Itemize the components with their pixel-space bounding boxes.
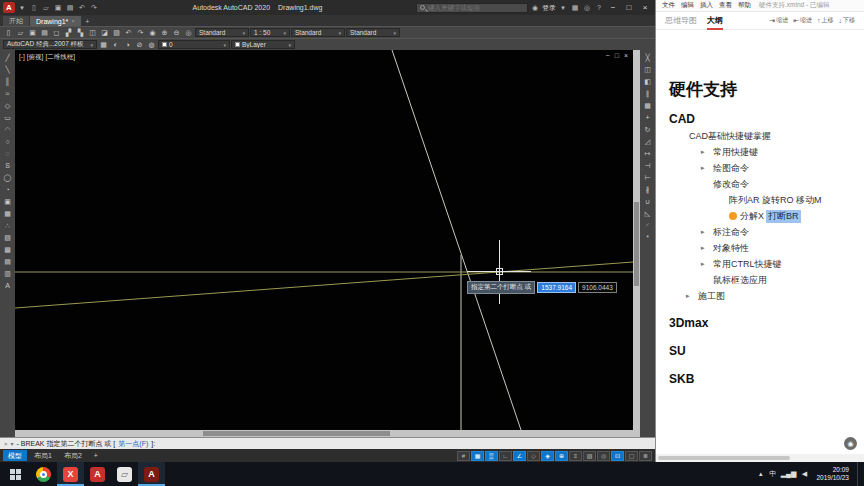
expand-arrow-icon[interactable]: ▸ — [701, 148, 713, 156]
hatch-icon[interactable]: ▨ — [2, 232, 14, 243]
zoom-out-icon[interactable]: ⊖ — [171, 28, 182, 38]
outline-view[interactable]: 硬件支持 CAD CAD基础快捷键掌握 ▸ 常用快捷键 — [656, 30, 864, 454]
move-down-button[interactable]: ↓ 下移 — [839, 16, 856, 25]
table-style-combo[interactable]: Standard ▾ — [346, 28, 400, 37]
stretch-icon[interactable]: ↦ — [642, 148, 654, 159]
undo-icon[interactable]: ↶ — [123, 28, 134, 38]
text-style-combo[interactable]: Standard ▾ — [195, 28, 249, 37]
new-file-icon[interactable]: ▯ — [29, 2, 39, 13]
outline-item-common-shortcuts[interactable]: ▸ 常用快捷键 — [656, 144, 864, 160]
spline-icon[interactable]: S — [2, 160, 14, 171]
new-icon[interactable]: ▯ — [3, 28, 14, 38]
signin-dropdown-icon[interactable]: ▾ — [558, 2, 568, 13]
vertical-scrollbar[interactable] — [633, 50, 640, 430]
search-input[interactable] — [428, 4, 524, 11]
line-tool-icon[interactable]: ╱ — [2, 52, 14, 63]
selection-cycling-toggle[interactable]: ◎ — [597, 451, 610, 461]
menu-item[interactable]: 查看 — [719, 1, 732, 10]
match-properties-icon[interactable]: ▨ — [111, 28, 122, 38]
transparency-toggle[interactable]: ▨ — [583, 451, 596, 461]
ellipse-icon[interactable]: ◯ — [2, 172, 14, 183]
fillet-icon[interactable]: ◜ — [642, 220, 654, 231]
undo-icon[interactable]: ↶ — [77, 2, 87, 13]
copy-clip-icon[interactable]: ◫ — [87, 28, 98, 38]
outline-item-construction-drawing[interactable]: ▸ 施工图 — [656, 288, 864, 304]
file-explorer-icon[interactable]: ▱ — [111, 462, 138, 486]
outline-item-modify-commands[interactable]: 修改命令 — [656, 176, 864, 192]
insert-block-icon[interactable]: ▣ — [2, 196, 14, 207]
chamfer-icon[interactable]: ◺ — [642, 208, 654, 219]
horizontal-scrollbar-thumb[interactable] — [203, 431, 391, 436]
expand-arrow-icon[interactable]: ▸ — [686, 292, 698, 300]
menu-item[interactable]: 帮助 — [738, 1, 751, 10]
circle-icon[interactable]: ○ — [2, 136, 14, 147]
notifications-icon[interactable]: ◎ — [582, 2, 592, 13]
help-search-box[interactable] — [416, 3, 528, 13]
signin-button[interactable]: 登录 — [542, 3, 556, 13]
outline-item-explode-break[interactable]: 分解X 打断BR — [656, 208, 864, 224]
move-icon[interactable]: + — [642, 112, 654, 123]
horizontal-scrollbar[interactable] — [15, 430, 640, 437]
dynamic-input-x-field[interactable]: 1537.9164 — [537, 282, 576, 293]
outline-item-3dmax[interactable]: 3Dmax — [656, 314, 864, 332]
dim-style-combo[interactable]: Standard ▾ — [291, 28, 345, 37]
tab-mindmap[interactable]: 思维导图 — [665, 12, 697, 30]
command-option-first-point[interactable]: 第一点(F) — [118, 439, 148, 449]
viewport-control[interactable]: [俯视] — [27, 53, 44, 62]
model-tab[interactable]: 模型 — [3, 450, 27, 461]
extend-icon[interactable]: ⊢ — [642, 172, 654, 183]
vertical-scrollbar-thumb[interactable] — [634, 202, 639, 286]
make-block-icon[interactable]: ▦ — [2, 208, 14, 219]
publish-icon[interactable]: ▞ — [63, 28, 74, 38]
layout2-tab[interactable]: 布局2 — [59, 450, 87, 461]
expand-arrow-icon[interactable]: ▸ — [701, 228, 713, 236]
drawing-canvas[interactable]: [-][俯视][二维线框] −□× 指定第二个打断点 或 1537.9164 9… — [15, 50, 633, 430]
offset-icon[interactable]: ∥ — [642, 88, 654, 99]
recent-commands-icon[interactable]: ▾ — [11, 440, 14, 447]
explode-icon[interactable]: * — [642, 232, 654, 243]
polyline-icon[interactable]: ≈ — [2, 88, 14, 99]
zoom-extents-icon[interactable]: ◎ — [183, 28, 194, 38]
array-icon[interactable]: ▦ — [642, 100, 654, 111]
customization-icon[interactable]: ≣ — [639, 451, 652, 461]
cad-line-steep-diagonal[interactable] — [392, 50, 521, 430]
point-icon[interactable]: ∴ — [2, 220, 14, 231]
open-file-icon[interactable]: ▱ — [41, 2, 51, 13]
minimize-icon[interactable]: − — [606, 3, 620, 12]
object-snap-toggle[interactable]: ◈ — [541, 451, 554, 461]
tab-outline[interactable]: 大纲 — [707, 12, 723, 30]
construction-line-icon[interactable]: ╲ — [2, 64, 14, 75]
taskbar-clock[interactable]: 20:09 2019/10/23 — [812, 466, 853, 482]
command-close-icon[interactable]: × — [4, 441, 8, 447]
outline-item-draw-commands[interactable]: ▸ 绘图命令 — [656, 160, 864, 176]
outline-item-cad-basics[interactable]: CAD基础快捷键掌握 — [656, 128, 864, 144]
user-icon[interactable]: ◉ — [530, 2, 540, 13]
layer-combo[interactable]: 0 ▾ — [158, 40, 230, 49]
menu-item[interactable]: 编辑 — [681, 1, 694, 10]
volume-icon[interactable]: ◀ — [800, 470, 808, 478]
open-icon[interactable]: ▱ — [15, 28, 26, 38]
redo-icon[interactable]: ↷ — [89, 2, 99, 13]
help-icon[interactable]: ? — [594, 2, 604, 13]
dynamic-input-toggle[interactable]: ⊡ — [611, 451, 624, 461]
xmind-horizontal-scrollbar[interactable] — [656, 454, 864, 462]
rotate-icon[interactable]: ↻ — [642, 124, 654, 135]
scale-combo[interactable]: 1 : 50 ▾ — [250, 28, 290, 37]
autocad-icon[interactable]: A — [138, 462, 165, 486]
layer-properties-icon[interactable]: ▦ — [98, 40, 109, 50]
outline-item-su[interactable]: SU — [656, 342, 864, 360]
tab-drawing1[interactable]: Drawing1* × — [30, 16, 81, 26]
command-line[interactable]: ×▾ - BREAK 指定第二个打断点 或 [ 第一点(F) ]: — [0, 437, 655, 449]
multiline-icon[interactable]: ║ — [2, 76, 14, 87]
snap-toggle[interactable]: ▦ — [471, 451, 484, 461]
network-icon[interactable]: ▂▄▆ — [781, 470, 797, 478]
gradient-icon[interactable]: ▩ — [2, 244, 14, 255]
drawing-restore-icon[interactable]: □ — [615, 52, 619, 59]
start-button[interactable] — [0, 462, 30, 486]
paste-icon[interactable]: ◪ — [99, 28, 110, 38]
layout1-tab[interactable]: 布局1 — [29, 450, 57, 461]
move-up-button[interactable]: ↑ 上移 — [817, 16, 834, 25]
new-layout-tab[interactable]: + — [89, 450, 103, 461]
save-icon[interactable]: ▣ — [53, 2, 63, 13]
expand-arrow-icon[interactable]: ▸ — [701, 164, 713, 172]
